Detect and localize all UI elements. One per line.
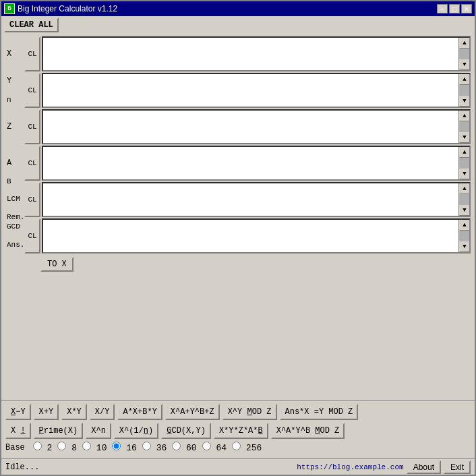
button-row-2: X ! Prime(X) X^n X^(1/n) GCD(X,Y) X*Y*Z*… (5, 423, 471, 439)
scroll-up-arrow[interactable]: ▲ (459, 74, 470, 85)
register-b-label: BLCMRem. (5, 182, 24, 217)
scroll-track[interactable] (459, 158, 469, 169)
gcd-xy-button[interactable]: GCD(X,Y) (161, 423, 211, 439)
scroll-track[interactable] (459, 194, 469, 205)
base-16-label[interactable]: 16 (112, 442, 136, 453)
register-a-scrollbar[interactable]: ▲ ▼ (458, 147, 469, 179)
register-x-input[interactable] (43, 38, 469, 70)
register-y-input[interactable] (43, 74, 469, 107)
base-label: Base (5, 443, 25, 452)
scroll-up-arrow[interactable]: ▲ (459, 147, 470, 158)
ansxymodz-button[interactable]: Ans*X =Y MOD Z (280, 404, 359, 420)
x-1-n-button[interactable]: X^(1/n) (114, 423, 158, 439)
base-10-label[interactable]: 10 (82, 442, 107, 453)
register-a-row: A CL ▲ ▼ (5, 146, 471, 181)
maximize-button[interactable]: □ (449, 4, 460, 13)
scroll-down-arrow[interactable]: ▼ (459, 205, 470, 216)
base-16-radio[interactable] (112, 442, 121, 450)
scroll-down-arrow[interactable]: ▼ (459, 96, 470, 107)
registers-area: X CL ▲ ▼ Yn CL ▲ ▼ (1, 34, 475, 400)
register-y-clear[interactable]: CL (24, 73, 40, 108)
menubar: CLEAR ALL (1, 16, 475, 34)
register-gcd-clear[interactable]: CL (24, 218, 40, 254)
base-256-label[interactable]: 256 (232, 442, 262, 453)
register-z-row: Z CL ▲ ▼ (5, 109, 471, 144)
base-256-radio[interactable] (232, 442, 241, 450)
status-text: Idle... (5, 463, 39, 472)
main-window: B Big Integer Calculator v1.12 − □ ✕ CLE… (0, 0, 476, 476)
register-b-container: ▲ ▼ (42, 182, 471, 217)
scroll-track[interactable] (459, 85, 469, 96)
scroll-up-arrow[interactable]: ▲ (459, 183, 470, 194)
status-bar: Idle... https://blog.example.com About E… (1, 458, 475, 475)
x-minus-y-button[interactable]: X−Y (5, 404, 31, 420)
base-36-label[interactable]: 36 (142, 442, 167, 453)
register-a-container: ▲ ▼ (42, 146, 471, 181)
prime-x-button[interactable]: Prime(X) (34, 423, 84, 439)
base-2-label[interactable]: 2 (33, 442, 53, 453)
base-row: Base 2 8 10 16 36 60 64 256 (5, 442, 471, 453)
about-button[interactable]: About (407, 460, 441, 474)
register-y-row: Yn CL ▲ ▼ (5, 73, 471, 108)
xynmodz-button[interactable]: X^Y MOD Z (222, 404, 277, 420)
base-8-radio[interactable] (57, 442, 66, 450)
status-url: https://blog.example.com (297, 463, 403, 471)
register-b-scrollbar[interactable]: ▲ ▼ (458, 183, 469, 216)
register-b-input[interactable] (43, 183, 469, 216)
x-factorial-button[interactable]: X ! (5, 423, 31, 439)
minimize-button[interactable]: − (437, 4, 448, 13)
to-x-button[interactable]: TO X (40, 257, 73, 272)
base-2-radio[interactable] (33, 442, 42, 450)
clear-all-button[interactable]: CLEAR ALL (4, 18, 59, 32)
base-60-radio[interactable] (172, 442, 181, 450)
register-x-scrollbar[interactable]: ▲ ▼ (458, 38, 469, 70)
register-a-label: A (5, 146, 24, 181)
scroll-up-arrow[interactable]: ▲ (459, 220, 470, 231)
xaybmodz-button[interactable]: X^A*Y^B MOD Z (271, 423, 345, 439)
register-y-scrollbar[interactable]: ▲ ▼ (458, 74, 469, 107)
register-gcd-row: GCDAns. CL ▲ ▼ (5, 218, 471, 254)
x-plus-y-button[interactable]: X+Y (34, 404, 59, 420)
register-gcd-label: GCDAns. (5, 218, 24, 254)
xyzab-button[interactable]: X*Y*Z*A*B (214, 423, 268, 439)
register-z-input[interactable] (43, 111, 469, 143)
to-x-row: TO X (5, 255, 471, 274)
base-64-label[interactable]: 64 (202, 442, 227, 453)
register-y-container: ▲ ▼ (42, 73, 471, 108)
register-x-row: X CL ▲ ▼ (5, 36, 471, 71)
register-a-clear[interactable]: CL (24, 146, 40, 181)
register-gcd-scrollbar[interactable]: ▲ ▼ (458, 220, 469, 252)
scroll-track[interactable] (459, 231, 469, 241)
scroll-track[interactable] (459, 49, 469, 59)
register-gcd-input[interactable] (43, 220, 469, 252)
scroll-down-arrow[interactable]: ▼ (459, 132, 470, 143)
register-b-clear[interactable]: CL (24, 182, 40, 217)
xaypbz-button[interactable]: X^A+Y^B+Z (165, 404, 220, 420)
x-times-y-button[interactable]: X*Y (61, 404, 87, 420)
scroll-up-arrow[interactable]: ▲ (459, 38, 470, 49)
register-y-label: Yn (5, 73, 24, 108)
register-a-input[interactable] (43, 147, 469, 179)
x-n-button[interactable]: X^n (86, 423, 111, 439)
close-button[interactable]: ✕ (461, 4, 472, 13)
register-z-clear[interactable]: CL (24, 109, 40, 144)
scroll-down-arrow[interactable]: ▼ (459, 241, 470, 252)
base-64-radio[interactable] (202, 442, 211, 450)
register-z-container: ▲ ▼ (42, 109, 471, 144)
scroll-down-arrow[interactable]: ▼ (459, 59, 470, 70)
scroll-up-arrow[interactable]: ▲ (459, 111, 470, 121)
scroll-track[interactable] (459, 121, 469, 132)
axplusby-button[interactable]: A*X+B*Y (117, 404, 162, 420)
base-10-radio[interactable] (82, 442, 91, 450)
scroll-down-arrow[interactable]: ▼ (459, 169, 470, 179)
register-z-scrollbar[interactable]: ▲ ▼ (458, 111, 469, 143)
register-b-row: BLCMRem. CL ▲ ▼ (5, 182, 471, 217)
x-div-y-button[interactable]: X/Y (90, 404, 115, 420)
base-36-radio[interactable] (142, 442, 151, 450)
register-x-label: X (5, 36, 24, 71)
app-icon: B (4, 3, 15, 14)
base-8-label[interactable]: 8 (57, 442, 77, 453)
base-60-label[interactable]: 60 (172, 442, 196, 453)
exit-button[interactable]: Exit (444, 460, 471, 474)
register-x-clear[interactable]: CL (24, 36, 40, 71)
